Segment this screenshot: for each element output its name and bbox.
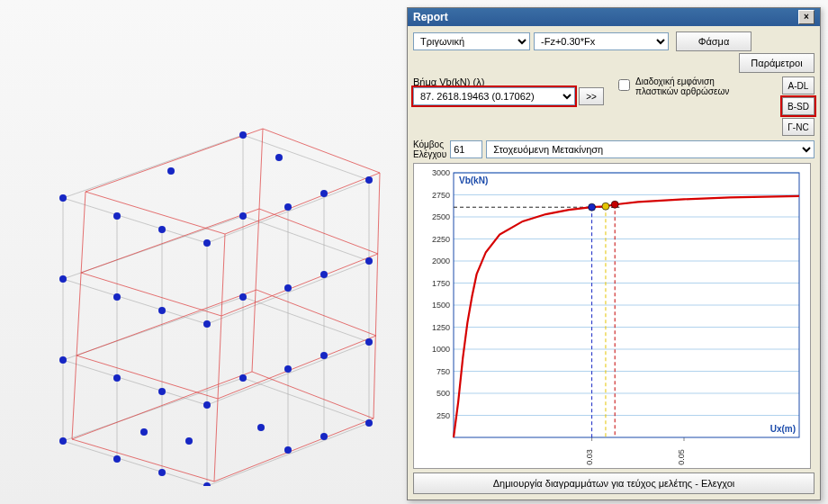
svg-point-25 bbox=[113, 212, 121, 220]
g-nc-button[interactable]: Γ-NC bbox=[782, 118, 814, 136]
target-displacement-select[interactable]: Στοχευόμενη Μετακίνηση bbox=[486, 140, 814, 158]
svg-point-8 bbox=[59, 356, 67, 364]
svg-point-6 bbox=[365, 419, 373, 427]
distribution-select[interactable]: Τριγωνική bbox=[413, 32, 530, 50]
report-panel: Report × Τριγωνική -Fz+0.30*Fx Φάσμα Παρ… bbox=[407, 7, 821, 500]
svg-point-14 bbox=[365, 338, 373, 346]
svg-point-5 bbox=[320, 433, 328, 440]
sequential-checkbox[interactable] bbox=[618, 79, 630, 91]
svg-text:Vb(kN): Vb(kN) bbox=[459, 176, 488, 185]
svg-point-35 bbox=[167, 167, 175, 175]
svg-text:1250: 1250 bbox=[432, 323, 450, 332]
svg-point-23 bbox=[239, 212, 247, 220]
sequential-label: Διαδοχική εμφάνιση πλαστικών αρθρώσεων bbox=[635, 76, 729, 96]
panel-body: Τριγωνική -Fz+0.30*Fx Φάσμα Παράμετροι Β… bbox=[408, 26, 820, 500]
svg-text:1750: 1750 bbox=[432, 279, 450, 288]
svg-point-30 bbox=[365, 176, 373, 184]
step-go-button[interactable]: >> bbox=[579, 87, 604, 105]
spectrum-button[interactable]: Φάσμα bbox=[676, 32, 752, 51]
close-button[interactable]: × bbox=[798, 10, 814, 24]
svg-point-72 bbox=[589, 203, 596, 211]
svg-point-18 bbox=[158, 307, 166, 314]
panel-title: Report bbox=[413, 11, 448, 23]
svg-point-20 bbox=[284, 284, 292, 292]
b-sd-button[interactable]: B-SD bbox=[782, 97, 814, 115]
svg-point-1 bbox=[113, 455, 121, 463]
step-select[interactable]: 87. 2618.19463 (0.17062) bbox=[413, 87, 575, 105]
svg-point-22 bbox=[365, 257, 373, 265]
svg-point-24 bbox=[59, 194, 67, 202]
step-label: Βήμα Vb(kN) (λ) bbox=[413, 76, 611, 87]
svg-point-0 bbox=[59, 437, 67, 445]
structural-3d-view[interactable] bbox=[9, 18, 396, 486]
svg-point-36 bbox=[275, 154, 283, 161]
svg-point-9 bbox=[113, 374, 121, 382]
svg-text:1500: 1500 bbox=[432, 301, 450, 310]
svg-point-31 bbox=[239, 131, 247, 139]
svg-point-2 bbox=[158, 469, 166, 476]
svg-text:250: 250 bbox=[436, 411, 450, 420]
svg-point-73 bbox=[602, 202, 609, 210]
svg-point-29 bbox=[320, 190, 328, 197]
svg-text:500: 500 bbox=[436, 389, 450, 398]
svg-point-13 bbox=[320, 352, 328, 359]
svg-point-28 bbox=[284, 203, 292, 211]
control-node-input[interactable] bbox=[450, 140, 482, 158]
svg-point-32 bbox=[140, 428, 148, 436]
svg-text:2500: 2500 bbox=[432, 212, 450, 221]
svg-text:2000: 2000 bbox=[432, 256, 450, 266]
svg-point-21 bbox=[320, 271, 328, 278]
pushover-chart: 2505007501000125015001750200022502500275… bbox=[413, 163, 811, 469]
svg-text:750: 750 bbox=[436, 367, 450, 376]
svg-point-16 bbox=[59, 275, 67, 283]
svg-text:Ux(m): Ux(m) bbox=[770, 424, 796, 434]
svg-point-34 bbox=[257, 424, 265, 431]
generate-diagrams-button[interactable]: Δημιουργία διαγραμμάτων για τεύχος μελέτ… bbox=[413, 472, 814, 494]
titlebar[interactable]: Report × bbox=[408, 8, 820, 26]
svg-point-10 bbox=[158, 388, 166, 395]
a-dl-button[interactable]: A-DL bbox=[782, 76, 814, 94]
load-combo-select[interactable]: -Fz+0.30*Fx bbox=[534, 32, 669, 50]
svg-point-19 bbox=[203, 320, 211, 328]
svg-text:3000: 3000 bbox=[432, 168, 450, 177]
svg-point-27 bbox=[203, 239, 211, 247]
svg-point-74 bbox=[611, 201, 618, 208]
svg-point-12 bbox=[284, 365, 292, 373]
svg-point-33 bbox=[185, 437, 193, 445]
svg-text:1000: 1000 bbox=[432, 345, 450, 354]
svg-point-17 bbox=[113, 293, 121, 301]
svg-point-4 bbox=[284, 446, 292, 454]
svg-point-15 bbox=[239, 293, 247, 301]
svg-point-7 bbox=[239, 374, 247, 382]
svg-point-26 bbox=[158, 226, 166, 233]
svg-point-11 bbox=[203, 401, 211, 409]
svg-point-3 bbox=[203, 482, 211, 486]
control-node-label: Κόμβος Ελέγχου bbox=[413, 140, 446, 159]
svg-text:0.03: 0.03 bbox=[585, 449, 594, 465]
svg-text:0.05: 0.05 bbox=[677, 449, 686, 465]
svg-text:2750: 2750 bbox=[432, 191, 450, 200]
svg-text:2250: 2250 bbox=[432, 235, 450, 244]
parameters-button[interactable]: Παράμετροι bbox=[739, 53, 814, 73]
